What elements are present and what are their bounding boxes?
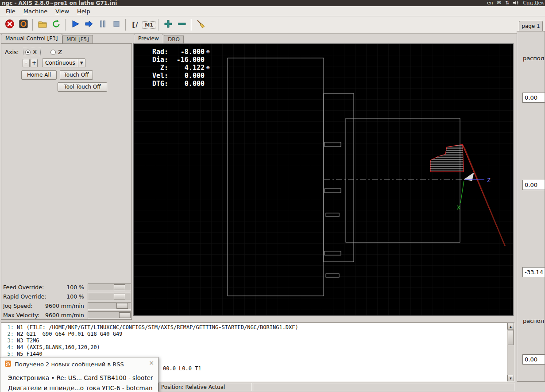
open-file-button[interactable] <box>35 18 49 32</box>
updown-arrows-icon[interactable]: ⇅ <box>505 0 509 6</box>
rapid-override-slider-handle[interactable] <box>114 294 125 299</box>
scroll-down-icon[interactable]: ▼ <box>507 375 514 381</box>
gcode-line[interactable]: 5:N5 F1440 <box>2 351 514 357</box>
run-button[interactable] <box>68 18 82 32</box>
side-panel-input[interactable]: -33.14 <box>522 267 545 277</box>
menu-help[interactable]: Help <box>73 7 94 16</box>
machine-power-icon <box>19 19 28 31</box>
dro-vel: Vel:0.000 <box>147 72 212 80</box>
manual-control-panel: Manual Control [F3] MDI [F5] Axis: X Z -… <box>1 34 132 320</box>
status-message-area <box>253 383 514 391</box>
z-axis-label: Z <box>487 177 491 183</box>
home-all-button[interactable]: Home All <box>21 70 57 80</box>
zoom-in-icon <box>163 19 173 31</box>
tab-preview[interactable]: Preview <box>134 34 163 43</box>
jog-minus-button[interactable]: - <box>23 59 30 67</box>
radio-z-icon <box>50 50 56 55</box>
gcode-scrollbar[interactable]: ▲ ▼ <box>507 323 514 381</box>
mail-icon[interactable]: ✉ <box>497 0 501 6</box>
menu-machine[interactable]: Machine <box>19 7 51 16</box>
axis-radio-z[interactable]: Z <box>50 49 62 55</box>
feed-override-row: Feed Override: 100 % <box>1 283 132 292</box>
gcode-line[interactable]: 1:N1 (FILE: /HOME/NKP/GIT/LINUXCNC/CONFI… <box>2 324 514 331</box>
notification-item[interactable]: Двигатели и шпинде...о тока УПС-6 - botc… <box>8 384 153 392</box>
preview-canvas[interactable]: Z X Rad:-8.000⊕ Dia:-16.000 Z:4.122⊕ Vel… <box>133 43 514 316</box>
jog-mode-select[interactable]: Continuous ▼ <box>42 58 85 67</box>
menubar: File Machine View Help <box>0 6 545 16</box>
window-title: ngc - AXIS 2.8.0~pre1 on lathe G71.ini <box>2 0 117 6</box>
keyboard-layout-indicator[interactable]: en <box>487 0 493 6</box>
estop-button[interactable] <box>3 18 16 32</box>
max-velocity-slider-handle[interactable] <box>119 312 131 318</box>
clear-plot-icon <box>196 19 206 31</box>
run-step-button[interactable] <box>82 18 96 32</box>
open-file-icon <box>38 19 47 31</box>
x-axis-label: X <box>457 204 460 211</box>
toolbar-separator <box>65 19 66 31</box>
scrollbar-thumb[interactable] <box>508 330 514 345</box>
feed-override-value: 100 % <box>27 284 84 291</box>
tab-mdi[interactable]: MDI [F5] <box>62 35 93 43</box>
tab-page1[interactable]: page 1 <box>519 21 543 31</box>
feed-override-slider-handle[interactable] <box>114 284 125 290</box>
jog-speed-slider[interactable] <box>88 302 131 310</box>
side-panel-input[interactable]: 0.00 <box>522 354 545 365</box>
rapid-override-row: Rapid Override: 100 % <box>1 292 132 301</box>
reload-icon <box>51 19 61 31</box>
zoom-out-button[interactable] <box>175 18 189 32</box>
volume-icon[interactable] <box>513 0 519 5</box>
gcode-line-fragment[interactable]: 00.0 L0.0 T1 <box>163 365 201 372</box>
position-mode-status: Position: Relative Actual <box>158 383 252 391</box>
feed-override-slider[interactable] <box>88 283 131 291</box>
optional-pause-button[interactable]: M1 <box>142 18 156 32</box>
rss-notification-popup: Получено 2 новых сообщений в RSS × Элект… <box>0 357 158 392</box>
toolbar: [/ M1 <box>0 16 545 34</box>
estop-icon <box>5 19 15 31</box>
machine-power-button[interactable] <box>16 18 30 32</box>
touch-off-button[interactable]: Touch Off <box>60 70 93 80</box>
dro-dtg: DTG:0.000 <box>147 80 212 88</box>
gcode-line[interactable]: 4:N4 (AXIS,BLANK,160,120,20) <box>2 344 514 351</box>
tool-touch-off-button[interactable]: Tool Touch Off <box>58 82 107 92</box>
skip-lines-button[interactable]: [/ <box>128 18 142 32</box>
toolbar-separator <box>191 19 192 31</box>
toolbar-separator <box>158 19 159 31</box>
zoom-out-icon <box>177 19 187 31</box>
notification-item[interactable]: Электроника • Re: US... Card STB4100 - s… <box>8 374 153 381</box>
tray-clock[interactable]: Срд Дек <box>523 0 544 6</box>
window-titlebar: ngc - AXIS 2.8.0~pre1 on lathe G71.ini e… <box>0 0 545 6</box>
gcode-line[interactable]: 3:N3 T2M6 <box>2 338 514 344</box>
gcode-line[interactable]: 2:N2 G21 G90 G64 P0.01 G18 G40 G49 <box>2 331 514 338</box>
jog-plus-button[interactable]: + <box>31 59 38 67</box>
max-velocity-slider[interactable] <box>88 311 131 319</box>
clear-plot-button[interactable] <box>194 18 208 32</box>
dro-rad: Rad:-8.000⊕ <box>147 48 212 56</box>
side-panel-input[interactable]: 0.00 <box>522 180 545 190</box>
scroll-up-icon[interactable]: ▲ <box>507 323 514 330</box>
axis-radio-x[interactable]: X <box>23 48 41 56</box>
radio-x-icon <box>25 50 31 55</box>
tab-dro[interactable]: DRO <box>164 35 184 43</box>
close-icon[interactable]: × <box>149 359 154 366</box>
menu-file[interactable]: File <box>2 7 19 16</box>
tab-manual-control[interactable]: Manual Control [F3] <box>1 34 62 43</box>
side-panel-input[interactable]: 0.00 <box>522 93 545 103</box>
side-panel-label: распол <box>523 55 544 62</box>
rapid-override-slider[interactable] <box>88 293 131 300</box>
skip-lines-icon: [/ <box>132 21 138 29</box>
homed-icon: ⊕ <box>205 48 212 56</box>
menu-view[interactable]: View <box>51 7 73 16</box>
pause-button[interactable] <box>96 18 109 32</box>
zoom-in-button[interactable] <box>161 18 175 32</box>
run-icon <box>70 19 80 31</box>
system-tray: en ✉ ⇅ Срд Дек <box>487 0 544 6</box>
dro-readout: Rad:-8.000⊕ Dia:-16.000 Z:4.122⊕ Vel:0.0… <box>147 48 212 88</box>
side-panel: распол 0.00 0.00 -33.14 распол 0.00 <box>517 31 545 382</box>
chevron-down-icon: ▼ <box>78 59 85 67</box>
jog-speed-slider-handle[interactable] <box>116 303 128 309</box>
run-step-icon <box>84 19 94 31</box>
reload-button[interactable] <box>49 18 63 32</box>
axis-label: Axis: <box>5 49 19 55</box>
stop-button[interactable] <box>109 18 123 32</box>
dro-dia: Dia:-16.000 <box>147 56 212 64</box>
